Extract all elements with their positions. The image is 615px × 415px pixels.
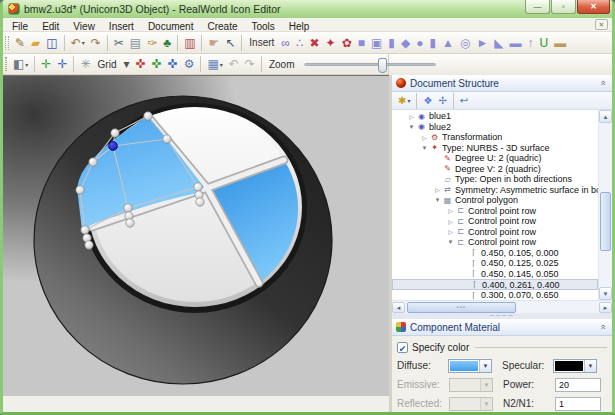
control-point[interactable] [85,241,93,249]
menu-item-help[interactable]: Help [282,21,317,32]
collapse-panel-icon[interactable]: » [598,78,608,88]
copy-button[interactable]: ▤ [128,34,143,52]
tree-expander-icon[interactable]: ▷ [407,113,416,120]
toolbar-grip[interactable] [5,57,7,71]
scrollbar-track[interactable] [599,123,612,287]
scroll-down-icon[interactable]: ▼ [599,287,612,300]
component-material-header[interactable]: Component Material » [392,319,612,336]
insert-cone-button[interactable]: ▲ [440,34,456,52]
insert-tube-button[interactable]: ▮ [427,34,438,52]
insert-torus-button[interactable]: ◎ [458,34,472,52]
scrollbar-thumb[interactable] [600,192,611,251]
open-document-button[interactable]: ▰ [29,34,42,52]
control-point[interactable] [124,204,132,212]
control-point[interactable] [81,226,89,234]
tree-expander-icon[interactable]: ▼ [433,197,442,203]
tree-expander-icon[interactable]: ▷ [433,186,442,193]
toolbar-grip[interactable] [5,36,9,50]
snap-x-button[interactable]: ✜ [133,55,147,73]
new-document-button[interactable]: ✎ [13,34,27,52]
tree-expander-icon[interactable]: ▷ [446,228,455,235]
3d-viewport[interactable] [3,75,389,395]
tree-expander-icon[interactable]: ▼ [420,145,429,151]
insert-sphere-button[interactable]: ● [414,34,425,52]
tree-item[interactable]: ▼▦Control polygon [392,195,598,206]
tree-item[interactable]: ⌈0.450, 0.105, 0.000 [392,248,598,259]
menu-item-document[interactable]: Document [141,21,201,32]
control-point[interactable] [194,183,202,191]
grid-toggle-button[interactable]: ✳ [78,55,92,73]
save-document-button[interactable]: ◫ [44,34,59,52]
apply-button[interactable]: ↩ [458,92,470,110]
scroll-left-icon[interactable]: ◄ [392,302,405,313]
tree-expander-icon[interactable]: ▷ [446,207,455,214]
grid-options-button[interactable]: ▾ [121,55,131,73]
insert-rounded-cube-button[interactable]: ▣ [369,34,384,52]
zoom-slider-thumb[interactable] [378,58,387,73]
add-child-button[interactable]: ✢ [436,92,448,110]
insert-cylinder-button[interactable]: ▮ [386,34,397,52]
control-point[interactable] [111,129,119,137]
menu-item-edit[interactable]: Edit [35,21,66,32]
tree-item[interactable]: ✎Degree V: 2 (quadric) [392,164,598,175]
layers-button[interactable]: ▥ [182,34,197,52]
control-point[interactable] [196,198,204,206]
tree-item[interactable]: ▷⇄Symmetry: Asymmetric surface in both d… [392,185,598,196]
insert-text-button[interactable]: U [538,34,551,52]
scroll-up-icon[interactable]: ▲ [599,110,612,123]
control-point[interactable] [144,112,152,120]
n2n1-input[interactable] [555,397,601,411]
scrollbar-track[interactable]: ▪▪▪ [405,302,599,313]
minimize-button[interactable]: — [525,0,550,14]
tree-item[interactable]: ▼◉blue2 [392,122,598,133]
control-point[interactable] [126,219,134,227]
insert-spike-button[interactable]: ✦ [324,34,338,52]
insert-spindle-button[interactable]: ↑ [526,34,536,52]
tree-item[interactable]: ▷◉blue1 [392,111,598,122]
chevron-down-icon[interactable]: ▼ [584,360,596,372]
tree-item[interactable]: ▷⊏Control point row [392,227,598,238]
tree-item[interactable]: ▷⊏Control point row [392,216,598,227]
tree-vertical-scrollbar[interactable]: ▲ ▼ [598,110,612,300]
insert-blob-button[interactable]: ✿ [340,34,354,52]
3d-scene[interactable] [3,76,389,396]
menu-item-create[interactable]: Create [200,21,244,32]
power-input[interactable] [555,378,601,392]
insert-wedge-button[interactable]: ◣ [492,34,505,52]
insert-cone-side-button[interactable]: ► [474,34,490,52]
tree-item[interactable]: ⌈0.400, 0.261, 0.400 [392,279,598,290]
control-point[interactable] [76,186,84,194]
insert-disc-button[interactable]: ▬ [508,34,524,52]
tree-item[interactable]: ▱Type: Open in both directions [392,174,598,185]
close-button[interactable]: ✕ [577,0,610,14]
tree-item[interactable]: ⌈0.300, 0.070, 0.650 [392,290,598,300]
axis-z-button[interactable]: ✛ [55,55,69,73]
menu-item-view[interactable]: View [66,21,102,32]
hand-tool-button[interactable]: ☛ [206,34,221,52]
tree-item[interactable]: ▼✦Type: NURBS - 3D surface [392,143,598,154]
specify-color-checkbox[interactable]: ✔ [397,342,408,353]
menu-item-insert[interactable]: Insert [102,21,141,32]
brush-button[interactable]: ✑ [145,34,159,52]
cut-button[interactable]: ✂ [112,34,126,52]
menu-item-file[interactable]: File [5,21,35,32]
scrollbar-thumb[interactable]: ▪▪▪ [407,302,516,313]
tree-expander-icon[interactable]: ▼ [407,124,416,130]
insert-knot-button[interactable]: ∞ [279,34,292,52]
control-point[interactable] [89,158,97,166]
tree-item[interactable]: ✎Degree U: 2 (quadric) [392,153,598,164]
tree-expander-icon[interactable]: ▷ [420,134,429,141]
maximize-button[interactable]: ▫ [551,0,576,14]
settings-button[interactable]: ⚙ [182,55,197,73]
tree-item[interactable]: ▼⊏Control point row [392,237,598,248]
redo-button[interactable]: ↷ [89,34,103,52]
diffuse-color-dropdown[interactable]: ▼ [448,359,492,373]
tree-item[interactable]: ⌈0.450, 0.145, 0.050 [392,269,598,280]
tree-view-mode-button[interactable]: ✱▾ [396,92,412,110]
insert-plate-button[interactable]: ▬ [552,34,568,52]
document-structure-header[interactable]: Document Structure » [392,75,612,92]
select-tool-button[interactable]: ↖ [223,34,237,52]
control-point[interactable] [163,135,171,143]
menubar-close-icon[interactable]: ✕ [595,19,608,30]
collapse-panel-icon[interactable]: » [598,322,608,332]
